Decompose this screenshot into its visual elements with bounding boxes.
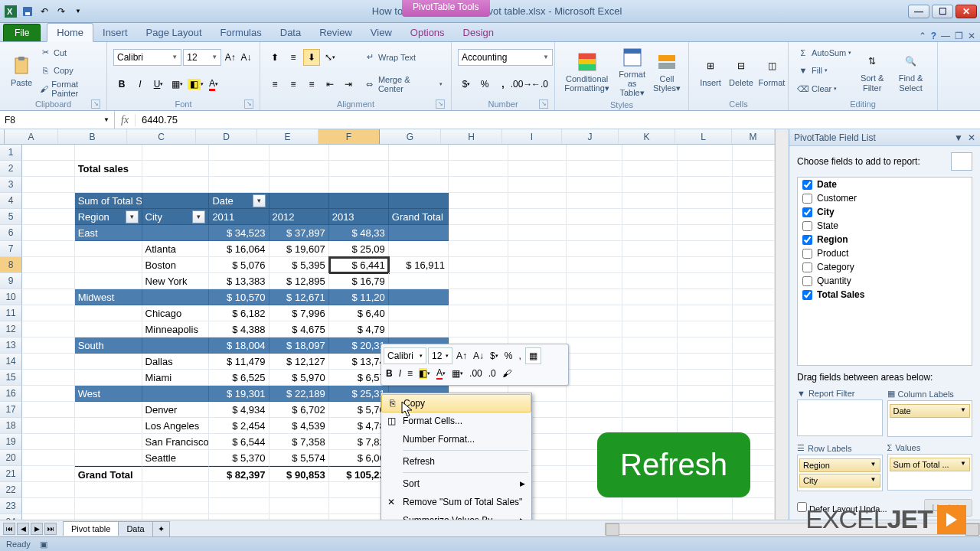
cell[interactable] <box>75 482 142 498</box>
accounting-format-icon[interactable]: $▾ <box>458 76 475 93</box>
context-refresh[interactable]: Refresh <box>381 452 531 471</box>
cell[interactable] <box>449 161 508 177</box>
cell[interactable]: $ 10,570 <box>209 289 269 305</box>
cell[interactable] <box>733 289 775 305</box>
cell[interactable] <box>22 418 74 434</box>
context-number-format-[interactable]: Number Format... <box>381 430 531 448</box>
sheet-tab-pivot[interactable]: Pivot table <box>63 521 119 536</box>
mini-size-box[interactable]: 12 ▾ <box>428 347 452 364</box>
border-button[interactable]: ▦▾ <box>168 76 185 93</box>
row-header[interactable]: 19 <box>0 434 22 450</box>
number-launcher-icon[interactable]: ↘ <box>539 99 548 109</box>
region-cell[interactable]: West <box>75 386 142 402</box>
cell[interactable] <box>622 241 678 257</box>
value-cell[interactable]: $ 16,064 <box>209 241 269 257</box>
fieldlist-close-icon[interactable]: ✕ <box>968 132 975 143</box>
value-cell[interactable]: $ 6,544 <box>209 434 269 450</box>
cell[interactable] <box>449 305 508 321</box>
cell[interactable]: $ 82,397 <box>209 466 269 482</box>
row-header[interactable]: 9 <box>0 273 22 289</box>
align-top-icon[interactable]: ⬆ <box>266 49 283 66</box>
mini-border-icon[interactable]: ▦▾ <box>449 365 466 382</box>
value-cell[interactable]: $ 19,607 <box>270 241 329 257</box>
cell[interactable] <box>142 482 210 498</box>
cell[interactable] <box>622 354 678 370</box>
cell[interactable] <box>567 161 622 177</box>
mini-dec-decimal-icon[interactable]: .0 <box>486 365 498 382</box>
row-header[interactable]: 5 <box>0 209 22 225</box>
value-cell[interactable]: $ 6,702 <box>270 402 329 418</box>
mini-font-color-icon[interactable]: A▾ <box>434 365 448 382</box>
cell[interactable] <box>75 321 142 337</box>
cell[interactable] <box>733 273 775 289</box>
col-header-B[interactable]: B <box>58 129 127 144</box>
cell[interactable] <box>22 289 74 305</box>
cell[interactable]: $ 18,097 <box>270 337 329 354</box>
cell[interactable] <box>75 177 142 193</box>
row-header[interactable]: 7 <box>0 241 22 257</box>
value-cell[interactable]: $ 4,675 <box>270 321 329 337</box>
maximize-button[interactable]: ☐ <box>932 5 953 18</box>
city-cell[interactable]: New York <box>142 273 210 289</box>
city-cell[interactable]: San Francisco <box>142 434 210 450</box>
tab-formulas[interactable]: Formulas <box>211 24 271 41</box>
cell[interactable] <box>142 466 210 482</box>
cell[interactable] <box>389 177 449 193</box>
selected-cell[interactable]: $ 6,441 <box>329 257 389 273</box>
cell[interactable] <box>567 225 622 241</box>
city-cell[interactable]: Atlanta <box>142 241 210 257</box>
cell[interactable] <box>622 257 678 273</box>
value-cell[interactable]: $ 6,182 <box>209 305 269 321</box>
orientation-icon[interactable]: ⤡▾ <box>322 49 338 66</box>
cell[interactable] <box>75 450 142 466</box>
cell[interactable] <box>622 386 678 402</box>
cell[interactable] <box>75 257 142 273</box>
cell[interactable]: $ 22,189 <box>270 386 329 402</box>
cell[interactable] <box>270 145 329 161</box>
cell[interactable] <box>209 514 269 520</box>
col-header-E[interactable]: E <box>257 129 318 144</box>
cell[interactable] <box>678 161 733 177</box>
cell[interactable] <box>567 289 622 305</box>
cell[interactable] <box>22 161 74 177</box>
cell[interactable] <box>22 370 74 386</box>
cell[interactable] <box>622 370 678 386</box>
cell[interactable] <box>733 514 775 520</box>
cell[interactable] <box>622 177 678 193</box>
format-painter-button[interactable]: 🖌Format Painter <box>37 80 100 97</box>
title-cell[interactable]: Total sales <box>75 161 142 177</box>
cell[interactable] <box>22 402 74 418</box>
cell[interactable] <box>567 402 622 418</box>
cell[interactable]: $ 18,004 <box>209 337 269 354</box>
cell[interactable] <box>449 225 508 241</box>
value-cell[interactable]: $ 4,934 <box>209 402 269 418</box>
cell[interactable] <box>567 321 622 337</box>
cell[interactable] <box>209 482 269 498</box>
format-as-table-button[interactable]: Format as Table▾ <box>612 44 652 99</box>
context-copy[interactable]: ⎘Copy <box>381 394 531 412</box>
cell[interactable] <box>678 321 733 337</box>
value-cell[interactable]: $ 4,79 <box>329 321 389 337</box>
cell[interactable]: $ 11,20 <box>329 289 389 305</box>
row-header[interactable]: 23 <box>0 498 22 514</box>
workbook-restore-icon[interactable]: ❐ <box>955 31 963 41</box>
cell[interactable] <box>733 209 775 225</box>
mini-accounting-icon[interactable]: $▾ <box>488 347 501 364</box>
conditional-formatting-button[interactable]: Conditional Formatting▾ <box>561 44 612 99</box>
cell[interactable] <box>508 321 567 337</box>
cell[interactable] <box>22 209 74 225</box>
cell[interactable] <box>75 418 142 434</box>
save-icon[interactable] <box>20 4 35 19</box>
fx-icon[interactable]: fx <box>115 114 136 126</box>
region-header[interactable]: Region▾ <box>75 209 142 225</box>
context-format-cells-[interactable]: ◫Format Cells... <box>381 412 531 430</box>
alignment-launcher-icon[interactable]: ↘ <box>436 99 445 109</box>
col-header-A[interactable]: A <box>5 129 58 144</box>
cell[interactable] <box>733 145 775 161</box>
city-cell[interactable]: Boston <box>142 257 210 273</box>
cell[interactable] <box>622 305 678 321</box>
region-cell[interactable]: Midwest <box>75 289 142 305</box>
row-header[interactable]: 16 <box>0 386 22 402</box>
cell[interactable] <box>733 321 775 337</box>
cell[interactable] <box>733 225 775 241</box>
